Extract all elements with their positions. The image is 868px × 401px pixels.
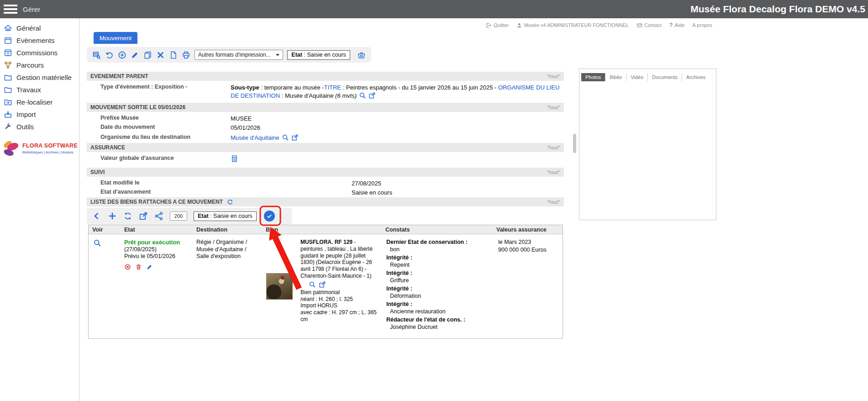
user-links-bar: Quitter Musée v4 ADMINISTRATEUR FONCTION… <box>486 22 712 28</box>
open-record-icon[interactable] <box>319 281 326 288</box>
section-title: LISTE DES BIENS RATTACHES A CE MOUVEMENT <box>90 199 223 205</box>
search-icon[interactable] <box>309 281 316 288</box>
user-account[interactable]: Musée v4 ADMINISTRATEUR FONCTIONNEL <box>516 22 629 28</box>
validate-check-button[interactable] <box>264 211 275 222</box>
field-value-date-mouvement: 05/01/2026 <box>231 124 260 132</box>
field-label-prefixe: Préfixe Musée <box>87 115 231 121</box>
contact-link[interactable]: Contact <box>637 22 662 28</box>
tab-archives[interactable]: Archives <box>682 73 710 81</box>
sidebar-item-general[interactable]: Général <box>0 22 79 34</box>
printer-icon[interactable] <box>182 51 190 59</box>
scrollbar-thumb[interactable] <box>573 134 576 153</box>
edit-pencil-icon[interactable] <box>146 264 153 270</box>
etat-cell: Prêt pour exécution (27/08/2025) Prévu l… <box>121 234 193 338</box>
sidebar-item-label: Commissions <box>16 49 58 57</box>
copy-icon[interactable] <box>143 51 152 59</box>
results-count-input[interactable] <box>170 211 187 221</box>
section-evenement-parent-body: Type d'évènement : Exposition - Sous-typ… <box>87 81 564 103</box>
apropos-link[interactable]: A propos <box>692 22 712 28</box>
biens-list-toolbar: Etat : Saisie en cours <box>87 208 292 224</box>
haut-link[interactable]: ^haut^ <box>547 74 560 79</box>
basket-icon[interactable] <box>357 51 366 59</box>
voir-cell <box>89 234 121 338</box>
table-row: Prêt pour exécution (27/08/2025) Prévu l… <box>89 234 563 338</box>
sidebar-item-gestion-materielle[interactable]: Gestion matérielle <box>0 71 79 84</box>
col-header-bien: Bien <box>262 227 382 233</box>
apropos-label: A propos <box>692 22 712 28</box>
cancel-circle-icon[interactable] <box>124 264 131 270</box>
sidebar-item-label: Général <box>16 24 41 32</box>
etat-value: : Saisie en cours <box>302 52 346 58</box>
network-icon <box>4 61 12 69</box>
mvts-count: (6 mvts) <box>335 92 357 99</box>
constats-cell: Dernier Etat de conservation :bon Intégr… <box>382 234 493 338</box>
haut-link[interactable]: ^haut^ <box>547 170 560 175</box>
document-icon[interactable] <box>169 51 178 59</box>
biens-table: Voir Etat Destination Bien Constats Vale… <box>88 225 563 339</box>
valeur-montant: 900 000 000 Euros <box>498 247 560 254</box>
back-chevron-icon[interactable] <box>92 211 101 221</box>
constat-value: Griffure <box>386 277 489 285</box>
sidebar-item-outils[interactable]: Outils <box>0 121 79 133</box>
sidebar-item-label: Travaux <box>16 86 41 94</box>
organisme-text: : Musée d'Aquitaine <box>280 92 335 99</box>
board-icon <box>4 48 12 57</box>
tab-video[interactable]: Vidéo <box>626 73 648 81</box>
trash-icon[interactable] <box>135 264 142 270</box>
edit-pencil-icon[interactable] <box>131 51 139 59</box>
user-icon <box>516 22 522 28</box>
etat-status-chip: Etat : Saisie en cours <box>287 50 350 60</box>
print-formats-dropdown[interactable]: Autres formats d'impression... <box>195 50 283 60</box>
constat-label: Intégrité : <box>386 285 489 293</box>
tab-biblio[interactable]: Biblio <box>605 73 626 81</box>
share-export-icon[interactable] <box>154 211 163 221</box>
tab-documents[interactable]: Documents <box>648 73 682 81</box>
tab-mouvement[interactable]: Mouvement <box>94 32 137 44</box>
sidebar-item-travaux[interactable]: Travaux <box>0 84 79 96</box>
exit-icon <box>486 22 492 28</box>
delete-x-icon[interactable] <box>156 51 165 59</box>
haut-link[interactable]: ^haut^ <box>547 145 560 150</box>
field-value-etat-avancement: Saisie en cours <box>352 189 392 197</box>
brand-tagline: Bibliothèques | Archives | Musées <box>22 150 78 154</box>
artwork-thumbnail[interactable] <box>266 273 293 300</box>
col-header-valeurs: Valeurs assurance <box>493 227 563 233</box>
section-assurance-header: ASSURANCE ^haut^ <box>87 143 564 152</box>
col-header-constats: Constats <box>382 227 493 233</box>
musee-aquitaine-link[interactable]: Musée d'Aquitaine <box>231 134 279 141</box>
sidebar-item-commissions[interactable]: Commissions <box>0 47 79 59</box>
haut-link[interactable]: ^haut^ <box>547 200 560 205</box>
quitter-link[interactable]: Quitter <box>486 22 509 28</box>
sidebar-item-evenements[interactable]: Evènements <box>0 34 79 47</box>
calendar-icon <box>4 36 12 45</box>
search-icon[interactable] <box>359 92 366 99</box>
folder-icon <box>4 73 12 82</box>
print-formats-value: Autres formats d'impression... <box>198 52 270 58</box>
bien-import: Import HORUS <box>300 302 379 309</box>
sidebar-item-import[interactable]: Import <box>0 108 79 121</box>
field-label-date-mouvement: Date du mouvement <box>87 124 231 130</box>
hamburger-menu-icon[interactable] <box>4 5 17 14</box>
titre-link[interactable]: TITRE <box>324 84 341 91</box>
tab-photos[interactable]: Photos <box>581 73 605 81</box>
refresh-icon[interactable] <box>226 199 233 206</box>
sidebar-item-parcours[interactable]: Parcours <box>0 59 79 71</box>
sidebar-item-relocaliser[interactable]: Re-localiser <box>0 96 79 108</box>
sidebar-item-label: Import <box>16 111 36 118</box>
sidebar-item-label: Gestion matérielle <box>16 74 72 81</box>
recycle-icon[interactable] <box>123 211 132 221</box>
sidebar-item-label: Outils <box>16 123 34 131</box>
view-search-icon[interactable] <box>93 239 101 247</box>
search-icon[interactable] <box>282 134 289 141</box>
aide-link[interactable]: ? Aide <box>669 22 684 28</box>
add-bien-icon[interactable] <box>108 211 117 221</box>
add-icon[interactable] <box>118 51 126 59</box>
haut-link[interactable]: ^haut^ <box>547 105 560 110</box>
open-record-icon[interactable] <box>291 134 299 141</box>
open-external-icon[interactable] <box>139 211 148 221</box>
app-title: Musée Flora Decalog Flora DEMO v4.5 <box>690 4 865 15</box>
calculator-icon[interactable] <box>231 155 238 163</box>
list-view-icon[interactable] <box>92 51 101 59</box>
open-record-icon[interactable] <box>368 92 376 99</box>
undo-icon[interactable] <box>105 51 114 59</box>
